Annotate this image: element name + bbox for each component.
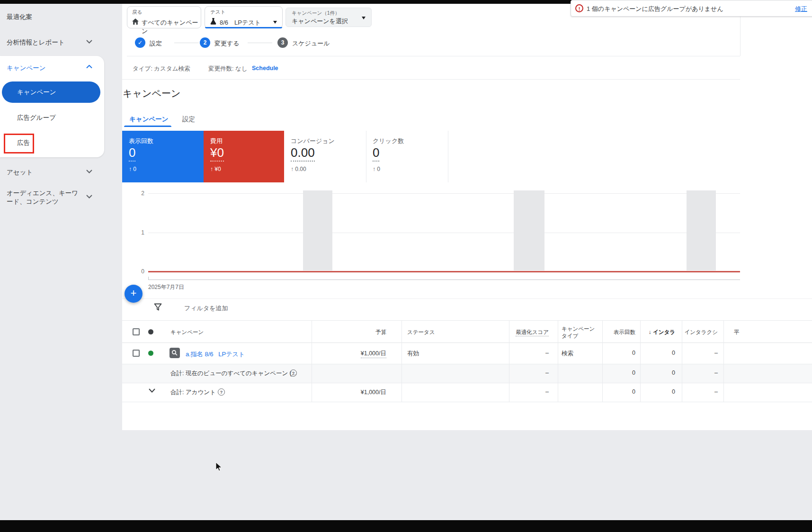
interaction-rate-cell: –: [682, 350, 721, 356]
campaign-picker-button[interactable]: キャンペーン（1件） キャンペーンを選択: [286, 8, 372, 27]
step-connector: [248, 43, 272, 43]
tab-settings[interactable]: 設定: [182, 115, 195, 124]
step-1-marker[interactable]: ✓: [135, 37, 145, 48]
scorecard-value: 0: [129, 145, 135, 162]
x-axis-start-tick: [148, 277, 149, 280]
schedule-link[interactable]: Schedule: [252, 65, 278, 72]
account-opt-score-cell: –: [509, 388, 553, 395]
table-row-border: [122, 364, 812, 364]
scorecard-impressions[interactable]: 表示回数 0 ↑ 0: [122, 131, 204, 182]
account-interactions-cell: 0: [640, 388, 679, 395]
step-3-marker[interactable]: 3: [277, 37, 288, 48]
experiment-eyebrow: テスト: [210, 9, 225, 16]
scorecard-label: 表示回数: [129, 137, 197, 145]
chevron-down-icon: [86, 170, 92, 173]
column-header-budget[interactable]: 予算: [312, 329, 394, 336]
add-filter-button[interactable]: フィルタを追加: [184, 304, 228, 313]
tab-campaigns[interactable]: キャンペーン: [129, 115, 169, 124]
campaign-picker-eyebrow: キャンペーン（1件）: [292, 10, 340, 17]
scorecard-cost[interactable]: 費用 ¥0 ↑ ¥0: [204, 131, 284, 182]
column-header-opt-score[interactable]: 最適化スコア: [509, 329, 553, 336]
select-all-checkbox[interactable]: [133, 328, 140, 335]
expand-chevron-icon[interactable]: [149, 388, 155, 393]
campaign-name-link[interactable]: a.指名 8/6 LPテスト: [186, 350, 245, 359]
y-axis-tick-2: 2: [136, 190, 144, 197]
notification-text: 1 個のキャンペーンに広告グループがありません: [587, 5, 723, 13]
opt-score-cell: –: [509, 350, 553, 356]
column-header-interactions-sorted[interactable]: ↓ インタラ: [640, 329, 679, 336]
chevron-up-icon[interactable]: [86, 65, 92, 69]
sidebar-section-campaign[interactable]: キャンペーン: [7, 64, 46, 72]
campaign-picker-label: キャンペーンを選択: [292, 17, 348, 26]
step-2-label: 変更する: [214, 39, 240, 48]
interactions-cell: 0: [640, 350, 679, 356]
page-title: キャンペーン: [123, 87, 180, 100]
dropdown-arrow-icon: [362, 17, 366, 19]
step-2-marker[interactable]: 2: [200, 37, 210, 48]
account-impressions-cell: 0: [602, 388, 638, 395]
campaign-type-info: タイプ: カスタム検索: [133, 65, 190, 73]
dropdown-arrow-icon: [273, 21, 277, 24]
home-icon: [132, 18, 139, 25]
gridline-y2: [148, 193, 740, 194]
help-icon[interactable]: ?: [290, 370, 297, 377]
sidebar-item-assets[interactable]: アセット: [7, 168, 33, 177]
sidebar-item-audiences[interactable]: オーディエンス、キーワード、コンテンツ: [7, 189, 82, 206]
column-header-campaign[interactable]: キャンペーン: [170, 329, 204, 336]
chart-shaded-band: [514, 190, 544, 271]
experiment-label: 8/6 LPテスト: [220, 18, 261, 27]
y-axis-tick-0: 0: [136, 268, 144, 275]
header-divider: [122, 79, 740, 80]
help-icon[interactable]: ?: [218, 388, 225, 396]
x-axis-start-label: 2025年7月7日: [148, 283, 184, 291]
column-header-interaction-rate[interactable]: インタラクシ: [682, 329, 721, 336]
search-icon: [171, 350, 178, 356]
back-to-all-campaigns-button[interactable]: 戻る すべてのキャンペーン: [127, 6, 201, 28]
table-column-border: [723, 321, 724, 402]
table-column-border: [558, 321, 558, 402]
column-header-impressions[interactable]: 表示回数: [602, 329, 638, 336]
scorecard-value: 0.00: [291, 145, 315, 162]
totals-interactions-cell: 0: [640, 370, 679, 376]
add-campaign-fab[interactable]: +: [125, 285, 143, 303]
budget-cell[interactable]: ¥1,000/日: [312, 350, 394, 358]
sidebar-item-ad-groups[interactable]: 広告グループ: [17, 114, 56, 122]
scorecard-delta: ↑ 0.00: [291, 166, 359, 172]
impressions-cell: 0: [602, 350, 638, 356]
budget-value[interactable]: ¥1,000/日: [361, 350, 386, 358]
back-button-label: すべてのキャンペーン: [142, 18, 201, 36]
table-column-border: [402, 321, 402, 402]
row-checkbox[interactable]: [133, 350, 140, 357]
experiment-selector-button[interactable]: テスト 8/6 LPテスト: [205, 6, 283, 28]
column-header-campaign-type[interactable]: キャンペーン タイプ: [562, 325, 598, 340]
back-button-eyebrow: 戻る: [132, 9, 142, 16]
sidebar-item-optimization[interactable]: 最適化案: [7, 13, 32, 21]
filter-table-divider: [122, 320, 812, 321]
chart-shaded-band: [303, 190, 332, 271]
scorecard-clicks[interactable]: クリック数 0 ↑ 0: [366, 131, 448, 182]
scorecard-delta: ↑ ¥0: [210, 166, 277, 172]
status-dot-enabled: [148, 351, 153, 356]
step-connector: [174, 43, 199, 43]
scorecard-divider: [448, 131, 448, 182]
notification-fix-link[interactable]: 修正: [795, 5, 807, 13]
sidebar-item-insights[interactable]: 分析情報とレポート: [7, 38, 65, 47]
campaign-type-cell: 検索: [562, 350, 573, 358]
gridline-y1: [148, 233, 740, 233]
sidebar-item-ads[interactable]: 広告: [17, 139, 30, 147]
sidebar-item-campaigns-selected[interactable]: キャンペーン: [2, 81, 100, 103]
scorecard-value: 0: [373, 145, 379, 162]
filter-funnel-icon[interactable]: [154, 303, 162, 311]
column-header-status[interactable]: ステータス: [407, 329, 435, 336]
cost-series-line: [148, 271, 740, 272]
totals-opt-score-cell: –: [509, 370, 553, 376]
totals-view-label: 合計: 現在のビューのすべてのキャンペーン (...: [170, 370, 296, 378]
sidebar-item-campaigns-label: キャンペーン: [17, 81, 56, 103]
column-header-average-cutoff[interactable]: 平: [734, 329, 740, 336]
scorecard-divider: [366, 131, 366, 182]
totals-account-label: 合計: アカウント: [170, 388, 216, 397]
scorecard-conversions[interactable]: コンバージョン 0.00 ↑ 0.00: [284, 131, 366, 182]
alert-icon: !: [575, 4, 583, 12]
search-campaign-badge: [170, 348, 180, 358]
chevron-down-icon: [86, 40, 92, 44]
